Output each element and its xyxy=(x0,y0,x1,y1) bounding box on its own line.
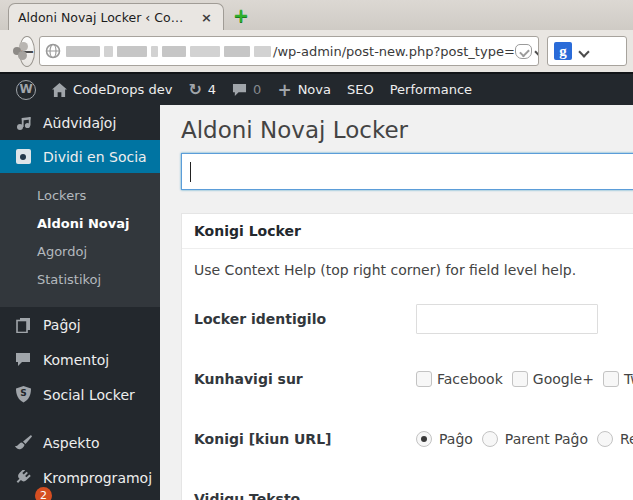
sidebar-item-appearance[interactable]: Aspekto xyxy=(0,425,160,460)
new-tab-button[interactable]: + xyxy=(233,4,249,26)
comments-icon xyxy=(13,350,33,370)
sidebar-item-label: Dividi en Socia xyxy=(43,149,147,165)
sidebar-item-label: Kromprogramoj xyxy=(43,470,152,486)
adminbar-new[interactable]: + Nova xyxy=(269,74,339,105)
comments-count: 0 xyxy=(253,82,261,97)
parent-page-radio-label: Parent Paĝo xyxy=(505,431,588,447)
metabox-title[interactable]: Konigi Locker xyxy=(182,214,633,249)
twitter-label: Twitter xyxy=(624,371,633,387)
update-count-badge: 2 xyxy=(35,487,52,500)
facebook-label: Facebook xyxy=(437,371,503,387)
google-plus-label: Google+ xyxy=(533,371,594,387)
browser-tab[interactable]: Aldoni Novaj Locker ‹ Co… × xyxy=(8,3,224,30)
locker-id-row: Locker identigilo xyxy=(194,304,628,334)
globe-icon xyxy=(45,43,61,59)
twitter-checkbox[interactable] xyxy=(603,371,619,387)
browser-tab-bar: Aldoni Novaj Locker ‹ Co… × + xyxy=(0,0,633,30)
share-networks-label: Kunhavigi sur xyxy=(194,371,416,387)
sidebar-item-pages[interactable]: Paĝoj xyxy=(0,307,160,342)
home-icon xyxy=(52,83,67,97)
tab-close-icon[interactable]: × xyxy=(199,10,214,25)
share-url-label: Konigi [kiun URL] xyxy=(194,431,416,447)
sidebar-item-label: Social Locker xyxy=(43,387,135,403)
post-title-input[interactable] xyxy=(181,153,633,190)
wordpress-logo-icon: W xyxy=(16,80,36,100)
parent-page-radio[interactable] xyxy=(482,431,498,447)
context-help-text: Use Context Help (top right corner) for … xyxy=(194,262,628,278)
page-title: Aldoni Novaj Locker xyxy=(181,105,633,153)
adminbar-seo[interactable]: SEO xyxy=(339,74,382,105)
tab-groups-icon[interactable] xyxy=(10,40,11,62)
svg-text:S: S xyxy=(20,388,26,398)
new-label: Nova xyxy=(298,82,331,97)
sidebar-item-social-locker[interactable]: S Social Locker xyxy=(0,377,160,412)
share-networks-row: Kunhavigi sur Facebook Google+ Twitter xyxy=(194,364,628,394)
media-icon xyxy=(13,113,33,133)
submenu-item-aldoni-novaj[interactable]: Aldoni Novaj xyxy=(0,210,160,238)
plus-icon: + xyxy=(277,83,291,97)
konigi-locker-metabox: Konigi Locker Use Context Help (top righ… xyxy=(181,213,633,500)
plugin-icon xyxy=(13,468,33,488)
main-content: Aldoni Novaj Locker Konigi Locker Use Co… xyxy=(160,105,633,500)
admin-sidebar: Aŭdvidaĵoj Dividi en Socia Lockers Aldon… xyxy=(0,105,160,500)
web-url-radio-label: Ret xyxy=(620,431,633,447)
wp-logo-menu[interactable]: W xyxy=(8,74,44,105)
facebook-checkbox[interactable] xyxy=(416,371,432,387)
sidebar-item-label: Paĝoj xyxy=(43,317,81,333)
search-input[interactable]: g xyxy=(547,36,627,66)
performance-label: Performance xyxy=(390,82,472,97)
text-caret xyxy=(190,162,191,182)
updates-count: 4 xyxy=(208,82,216,97)
sidebar-item-plugins[interactable]: Kromprogramoj 2 xyxy=(0,460,160,495)
web-url-radio[interactable] xyxy=(597,431,613,447)
redacted-url-segment xyxy=(66,46,271,57)
updates-icon: ↻ xyxy=(188,80,201,99)
sidebar-submenu: Lockers Aldoni Novaj Agordoj Statistikoj xyxy=(0,173,160,307)
submenu-item-statistikoj[interactable]: Statistikoj xyxy=(0,266,160,294)
page-radio-label: Paĝo xyxy=(439,431,473,447)
sidebar-item-dividi-en-socia[interactable]: Dividi en Socia xyxy=(0,140,160,173)
submenu-item-agordoj[interactable]: Agordoj xyxy=(0,238,160,266)
locker-id-input[interactable] xyxy=(416,304,598,334)
sidebar-item-comments[interactable]: Komentoj xyxy=(0,342,160,377)
tab-title: Aldoni Novaj Locker ‹ Co… xyxy=(18,10,199,25)
sidebar-item-media[interactable]: Aŭdvidaĵoj xyxy=(0,105,160,140)
google-search-icon: g xyxy=(554,42,572,60)
adminbar-comments[interactable]: 0 xyxy=(224,74,269,105)
locker-id-label: Locker identigilo xyxy=(194,311,416,327)
share-plugin-icon xyxy=(13,147,33,167)
chevron-down-icon[interactable] xyxy=(536,48,539,57)
pocket-icon[interactable] xyxy=(515,44,532,59)
adminbar-updates[interactable]: ↻ 4 xyxy=(180,74,224,105)
adminbar-site-name[interactable]: CodeDrops dev xyxy=(44,74,180,105)
share-url-row: Konigi [kiun URL] Paĝo Parent Paĝo Ret xyxy=(194,424,628,454)
chevron-down-icon[interactable] xyxy=(580,48,589,57)
comment-bubble-icon xyxy=(232,83,247,97)
paintbrush-icon xyxy=(13,433,33,453)
pages-icon xyxy=(13,315,33,335)
sidebar-item-label: Aspekto xyxy=(43,435,100,451)
sidebar-item-label: Aŭdvidaĵoj xyxy=(43,115,116,131)
shield-icon: S xyxy=(13,385,33,405)
display-text-label: Vidigu Teksto xyxy=(194,491,416,500)
browser-toolbar: ← /wp-admin/post-new.php?post_type= ↻ g xyxy=(0,30,633,72)
submenu-item-lockers[interactable]: Lockers xyxy=(0,182,160,210)
page-radio[interactable] xyxy=(416,431,432,447)
display-text-row: Vidigu Teksto xyxy=(194,484,628,500)
address-bar[interactable]: /wp-admin/post-new.php?post_type= ↻ xyxy=(39,36,539,66)
url-path-text: /wp-admin/post-new.php?post_type= xyxy=(273,44,515,59)
sidebar-separator xyxy=(0,412,160,425)
site-name-label: CodeDrops dev xyxy=(73,82,172,97)
adminbar-performance[interactable]: Performance xyxy=(382,74,480,105)
seo-label: SEO xyxy=(347,82,374,97)
sidebar-item-label: Komentoj xyxy=(43,352,109,368)
wp-admin-bar: W CodeDrops dev ↻ 4 0 + Nova SEO Perform… xyxy=(0,72,633,105)
google-plus-checkbox[interactable] xyxy=(512,371,528,387)
